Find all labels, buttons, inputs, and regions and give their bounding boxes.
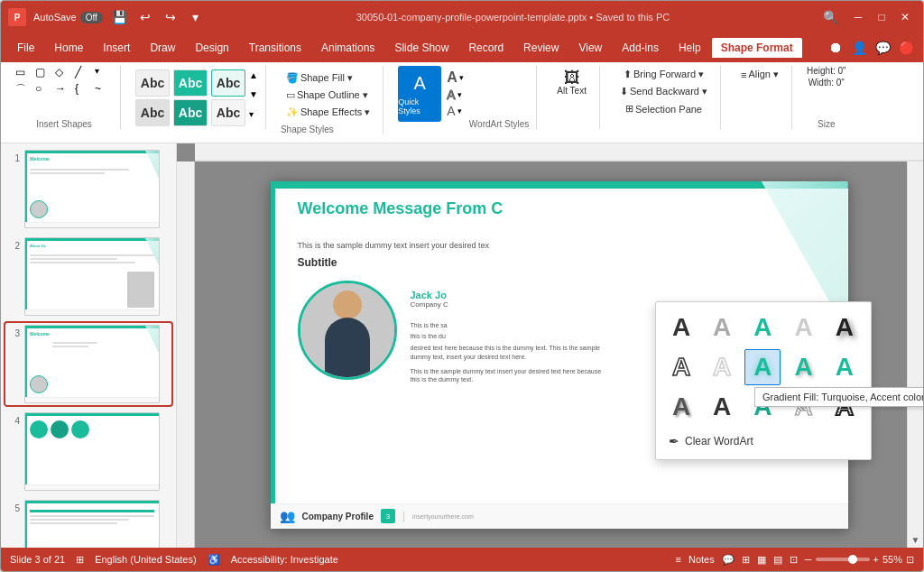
record-icon[interactable]: ⏺ xyxy=(826,38,845,58)
shape-effects-btn[interactable]: ✨ Shape Effects ▾ xyxy=(281,104,375,121)
wordart-style-11[interactable]: A xyxy=(663,389,699,425)
text-fill-dropdown[interactable]: ▾ xyxy=(459,73,464,82)
search-area: 🔍 xyxy=(820,7,840,27)
shape-outline-btn[interactable]: ▭ Shape Outline ▾ xyxy=(281,87,374,104)
right-scrollbar[interactable]: ▲ ▼ xyxy=(907,143,923,548)
fit-icon[interactable]: ⊡ xyxy=(906,554,914,566)
shape-style-3[interactable]: Abc xyxy=(173,69,208,97)
autosave-toggle[interactable]: Off xyxy=(80,12,103,23)
slide-thumb-4[interactable]: 4 xyxy=(5,411,171,493)
shape-fill-btn[interactable]: 🪣 Shape Fill ▾ xyxy=(281,69,358,87)
menu-transitions[interactable]: Transitions xyxy=(240,38,310,58)
view-reading-icon[interactable]: ▤ xyxy=(773,554,782,566)
alt-text-label: Alt Text xyxy=(557,86,587,96)
wordart-style-5[interactable]: A xyxy=(827,309,863,346)
quick-styles-btn[interactable]: A Quick Styles xyxy=(398,66,441,122)
menu-record[interactable]: Record xyxy=(459,38,513,58)
view-normal-icon[interactable]: ⊞ xyxy=(742,554,750,566)
selection-pane-btn[interactable]: ⊞ Selection Pane xyxy=(620,100,707,117)
shape-styles-down[interactable]: ▼ xyxy=(249,89,258,99)
wordart-style-9[interactable]: A xyxy=(786,349,822,385)
wordart-style-8[interactable]: A xyxy=(744,349,781,385)
scroll-track[interactable] xyxy=(908,160,923,531)
shape-rect[interactable]: ▭ xyxy=(15,66,33,78)
title-bar: P AutoSave Off 💾 ↩ ↪ ▾ 30050-01-company-… xyxy=(1,1,923,33)
shape-style-1[interactable]: Abc xyxy=(135,69,170,97)
bring-forward-btn[interactable]: ⬆ Bring Forward ▾ xyxy=(618,66,709,83)
menu-addins[interactable]: Add-ins xyxy=(613,38,668,58)
menu-slideshow[interactable]: Slide Show xyxy=(385,38,457,58)
menu-home[interactable]: Home xyxy=(45,38,92,58)
wordart-style-12[interactable]: A xyxy=(704,389,740,425)
comments-status-icon[interactable]: 💬 xyxy=(722,554,735,566)
wordart-style-4[interactable]: A xyxy=(786,309,822,346)
search-icon[interactable]: 🔍 xyxy=(820,7,840,27)
account-icon[interactable]: 🔴 xyxy=(896,38,916,58)
slide-thumb-1[interactable]: 1 Welcome xyxy=(5,148,171,230)
shape-freeform[interactable]: ~ xyxy=(95,82,113,97)
menu-draw[interactable]: Draw xyxy=(141,38,184,58)
wordart-style-3[interactable]: A xyxy=(744,309,781,346)
footer-title: Company Profile xyxy=(302,512,374,521)
wordart-style-1[interactable]: A xyxy=(663,309,699,346)
menu-view[interactable]: View xyxy=(569,38,611,58)
menu-animations[interactable]: Animations xyxy=(312,38,383,58)
zoom-in-icon[interactable]: + xyxy=(873,554,879,565)
shape-styles-more[interactable]: ▾ xyxy=(249,109,258,119)
wordart-style-6[interactable]: A xyxy=(663,349,699,385)
shape-bracket[interactable]: { xyxy=(75,82,93,97)
shape-style-6[interactable]: Abc xyxy=(211,99,245,126)
slide-thumb-2[interactable]: 2 About Us xyxy=(5,235,171,318)
slide-thumb-5[interactable]: 5 xyxy=(5,498,171,548)
menu-help[interactable]: Help xyxy=(670,38,710,58)
align-icon: ≡ xyxy=(741,69,746,80)
shape-style-4[interactable]: Abc xyxy=(173,99,208,126)
shape-oval[interactable]: ○ xyxy=(35,82,53,97)
maximize-button[interactable]: □ xyxy=(871,8,892,26)
notes-icon[interactable]: ≡ xyxy=(676,554,681,565)
shape-arrow[interactable]: → xyxy=(55,82,73,97)
zoom-out-icon[interactable]: ─ xyxy=(805,554,812,565)
align-btn[interactable]: ≡ Align ▾ xyxy=(735,66,784,83)
save-icon[interactable]: 💾 xyxy=(110,7,130,27)
wordart-style-10[interactable]: A xyxy=(827,349,863,385)
scroll-down-btn[interactable]: ▼ xyxy=(908,531,924,548)
view-slide-icon[interactable]: ▦ xyxy=(757,554,766,566)
wordart-style-2[interactable]: A xyxy=(704,309,740,346)
shape-line[interactable]: ╱ xyxy=(75,66,93,78)
menu-insert[interactable]: Insert xyxy=(94,38,139,58)
footer-url: insertyoururlhere.com xyxy=(412,513,474,520)
view-presenter-icon[interactable]: ⊡ xyxy=(790,554,798,566)
minimize-button[interactable]: ─ xyxy=(847,8,869,26)
close-button[interactable]: ✕ xyxy=(894,8,916,26)
menu-design[interactable]: Design xyxy=(186,38,237,58)
text-outline-dropdown[interactable]: ▾ xyxy=(457,90,462,99)
menu-shapeformat[interactable]: Shape Format xyxy=(712,38,802,58)
customize-icon[interactable]: ▾ xyxy=(186,7,206,27)
notes-label[interactable]: Notes xyxy=(688,554,715,565)
shape-style-5[interactable]: Abc xyxy=(211,69,245,97)
alt-text-btn[interactable]: 🖼 Alt Text xyxy=(551,66,592,99)
clear-wordart-btn[interactable]: ✒ Clear WordArt xyxy=(663,430,864,452)
alt-text-icon: 🖼 xyxy=(564,69,580,86)
slide-thumb-3[interactable]: 3 Welcome xyxy=(5,323,171,405)
shape-diamond[interactable]: ◇ xyxy=(55,66,73,78)
shape-rounded[interactable]: ▢ xyxy=(35,66,53,78)
menu-review[interactable]: Review xyxy=(514,38,568,58)
window-title: 30050-01-company-profile-powerpoint-temp… xyxy=(213,12,813,23)
redo-icon[interactable]: ↪ xyxy=(161,7,180,27)
comments-icon[interactable]: 💬 xyxy=(873,38,892,58)
zoom-slider[interactable] xyxy=(816,558,870,561)
shape-style-2[interactable]: Abc xyxy=(135,99,170,126)
share-icon[interactable]: 👤 xyxy=(849,38,869,58)
menu-file[interactable]: File xyxy=(8,38,43,58)
shape-styles-up[interactable]: ▲ xyxy=(249,70,258,80)
text-effects-dropdown[interactable]: ▾ xyxy=(457,106,462,115)
send-backward-btn[interactable]: ⬇ Send Backward ▾ xyxy=(614,83,713,100)
send-backward-icon: ⬇ xyxy=(620,86,628,97)
shapes-more[interactable]: ▾ xyxy=(95,66,113,78)
shape-arc[interactable]: ⌒ xyxy=(15,82,33,97)
undo-icon[interactable]: ↩ xyxy=(135,7,155,27)
zoom-thumb[interactable] xyxy=(848,555,857,564)
wordart-style-7[interactable]: A xyxy=(704,349,740,385)
